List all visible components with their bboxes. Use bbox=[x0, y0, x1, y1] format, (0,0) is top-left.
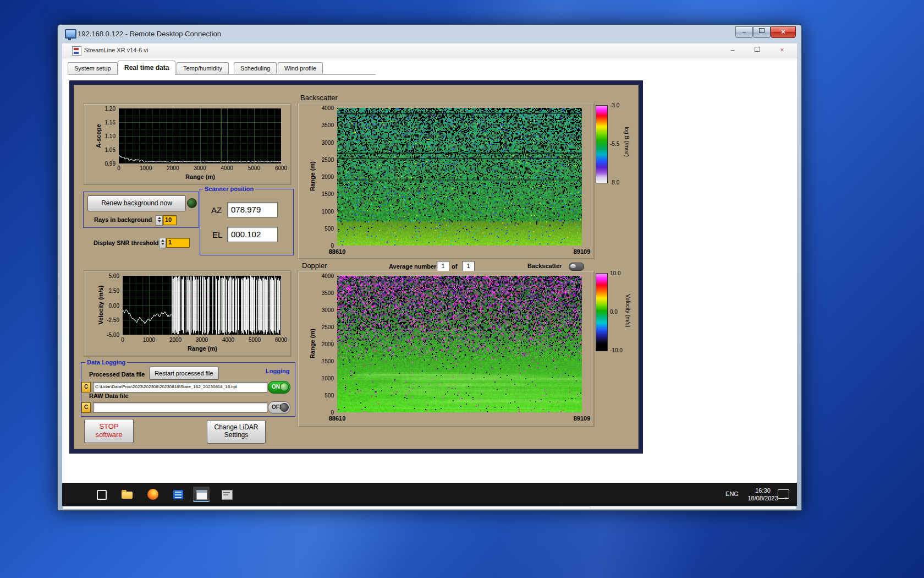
velocity-x-label: Range (m) bbox=[175, 345, 230, 352]
scan-glyph bbox=[222, 490, 233, 500]
backscatter-colorbar-label: log B (/m/sr) bbox=[624, 114, 630, 170]
doppler-x-end: 89109 bbox=[565, 415, 598, 422]
tick-label: 4000 bbox=[322, 105, 334, 111]
snr-spinner[interactable] bbox=[159, 238, 166, 248]
renew-background-button[interactable]: Renew background now bbox=[87, 195, 186, 211]
rdp-titlebar[interactable]: 192.168.0.122 - Remote Desktop Connectio… bbox=[58, 25, 801, 43]
tab-real-time-data[interactable]: Real time data bbox=[118, 61, 175, 75]
notification-icon[interactable] bbox=[778, 489, 789, 499]
backscatter-plot bbox=[337, 108, 582, 246]
az-value: 078.979 bbox=[227, 202, 278, 217]
snr-value-field[interactable]: 1 bbox=[166, 238, 190, 248]
app-minimize-button[interactable]: – bbox=[724, 46, 741, 56]
raw-path-field[interactable] bbox=[93, 402, 267, 413]
app-window-title: StreamLine XR v14-6.vi bbox=[84, 47, 148, 53]
scrollbar-thumb[interactable] bbox=[63, 506, 591, 509]
rdp-icon bbox=[65, 29, 76, 39]
tab-bar: System setup Real time data Temp/humidit… bbox=[62, 60, 797, 75]
file-explorer-icon[interactable] bbox=[119, 487, 135, 502]
ascope-x-label: Range (m) bbox=[173, 173, 228, 180]
doppler-title: Doppler bbox=[302, 261, 327, 270]
el-value: 000.102 bbox=[227, 227, 278, 242]
snr-threshold-label: Display SNR threshold bbox=[94, 239, 159, 246]
app-titlebar[interactable]: StreamLine XR v14-6.vi – × bbox=[62, 43, 797, 58]
doppler-colorbar-label: Velocity (m/s) bbox=[625, 281, 631, 341]
processed-drive-icon[interactable]: C bbox=[81, 382, 91, 392]
tick-label: 1000 bbox=[322, 375, 334, 381]
ascope-plot bbox=[119, 108, 281, 163]
raw-logging-toggle[interactable]: OFF bbox=[268, 401, 290, 414]
backscatter-y-axis: 40003500300025002000150010005000 bbox=[315, 108, 335, 246]
average-total-field[interactable]: 1 bbox=[462, 261, 475, 271]
backscatter-x-end: 89109 bbox=[565, 248, 598, 255]
folder-glyph bbox=[122, 492, 133, 499]
velocity-y-label: Velocity (m/s) bbox=[97, 275, 104, 335]
app-restore-button[interactable] bbox=[749, 46, 766, 56]
tab-scheduling[interactable]: Scheduling bbox=[234, 62, 277, 74]
restart-processed-file-button[interactable]: Restart processed file bbox=[149, 367, 219, 380]
tick-label: 0.99 bbox=[105, 161, 116, 167]
doppler-y-axis: 40003500300025002000150010005000 bbox=[315, 276, 335, 412]
average-number-field[interactable]: 1 bbox=[437, 261, 449, 271]
scanner-position-title: Scanner position bbox=[203, 186, 255, 192]
raw-drive-icon[interactable]: C bbox=[81, 402, 91, 413]
tick-label: 0 bbox=[117, 165, 120, 171]
backscatter-title: Backscatter bbox=[300, 94, 338, 102]
tick-label: 0 bbox=[331, 410, 334, 416]
taskview-glyph bbox=[97, 490, 107, 500]
tick-label: 3000 bbox=[322, 139, 334, 145]
tick-label: 4000 bbox=[322, 273, 334, 279]
tick-label: -5.5 bbox=[610, 141, 619, 147]
of-label: of bbox=[452, 263, 457, 270]
streamline-app-icon[interactable] bbox=[193, 487, 210, 502]
processed-logging-toggle[interactable]: ON bbox=[268, 381, 290, 394]
taskbar: ENG 16:30 18/08/2023 bbox=[62, 483, 797, 506]
restore-icon bbox=[755, 47, 760, 52]
rdp-maximize-button[interactable] bbox=[753, 26, 771, 38]
change-lidar-settings-button[interactable]: Change LiDAR Settings bbox=[207, 420, 266, 444]
language-indicator[interactable]: ENG bbox=[721, 490, 743, 497]
blue-app-icon[interactable] bbox=[170, 487, 186, 502]
tab-system-setup[interactable]: System setup bbox=[68, 62, 118, 74]
el-label: EL bbox=[212, 230, 222, 239]
tick-label: 1500 bbox=[322, 191, 334, 197]
tab-baseline bbox=[68, 74, 376, 75]
scan-app-icon[interactable] bbox=[218, 487, 235, 502]
tick-label: 2.50 bbox=[109, 287, 119, 293]
firefox-icon[interactable] bbox=[145, 487, 161, 502]
tick-label: 1000 bbox=[143, 337, 155, 343]
desktop-background: 192.168.0.122 - Remote Desktop Connectio… bbox=[0, 0, 924, 578]
tab-temp-humidity[interactable]: Temp/humidity bbox=[177, 62, 229, 74]
tick-label: -5.00 bbox=[107, 332, 119, 338]
tick-label: 1500 bbox=[322, 358, 334, 364]
slider-knob bbox=[570, 264, 576, 269]
rays-value-field[interactable]: 10 bbox=[163, 215, 177, 225]
tab-wind-profile[interactable]: Wind profile bbox=[278, 62, 323, 74]
toggle-knob bbox=[280, 403, 289, 412]
window-glyph bbox=[196, 490, 207, 500]
horizontal-scrollbar[interactable] bbox=[63, 506, 796, 509]
blue-app-glyph bbox=[173, 490, 183, 499]
velocity-canvas bbox=[123, 276, 281, 335]
taskview-icon[interactable] bbox=[93, 487, 109, 502]
rdp-close-button[interactable]: × bbox=[771, 26, 796, 38]
tick-label: 10.0 bbox=[610, 270, 620, 276]
toggle-on-label: ON bbox=[272, 384, 280, 390]
rdp-minimize-button[interactable]: – bbox=[735, 26, 753, 38]
main-panel: 1.201.151.101.050.99 A-scope 01000200030… bbox=[69, 80, 643, 454]
firefox-glyph bbox=[147, 489, 158, 500]
app-close-button[interactable]: × bbox=[774, 46, 790, 56]
backscatter-display-toggle[interactable] bbox=[569, 263, 584, 271]
doppler-y-label: Range (m) bbox=[309, 321, 316, 366]
tick-label: 3000 bbox=[196, 337, 208, 343]
tick-label: 1000 bbox=[140, 165, 152, 171]
tick-label: 3500 bbox=[322, 290, 334, 296]
rays-spinner[interactable] bbox=[156, 215, 163, 226]
tick-label: 5.00 bbox=[109, 273, 119, 279]
stop-software-button[interactable]: STOP software bbox=[84, 419, 134, 443]
doppler-x-start: 88610 bbox=[321, 415, 354, 422]
processed-path-field[interactable]: C:\Lidar\Data\Proc\2023\202308\20230818\… bbox=[93, 382, 267, 392]
average-number-label: Average number bbox=[389, 263, 436, 270]
ascope-canvas bbox=[119, 108, 281, 163]
tick-label: 2000 bbox=[322, 174, 334, 180]
